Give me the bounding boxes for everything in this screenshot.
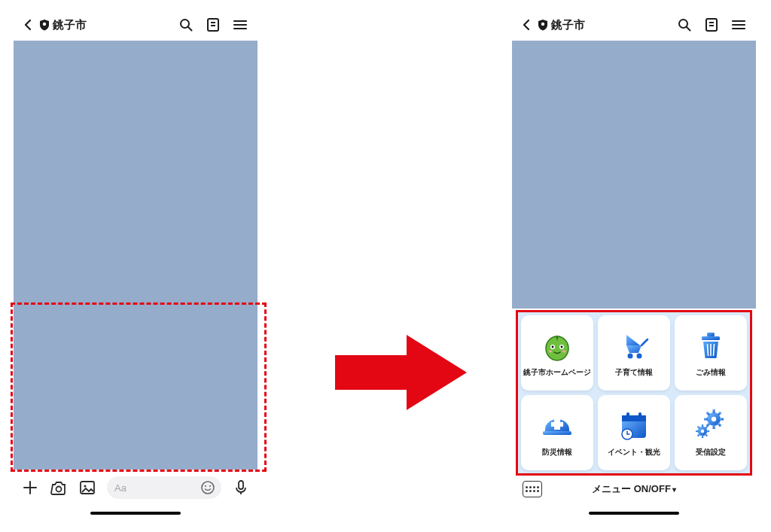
svg-rect-56 bbox=[704, 418, 708, 420]
svg-rect-49 bbox=[638, 412, 641, 418]
back-icon[interactable] bbox=[21, 18, 35, 32]
chat-header: 銚子市 bbox=[512, 9, 756, 41]
svg-point-13 bbox=[84, 485, 86, 487]
svg-rect-17 bbox=[239, 481, 243, 489]
shield-icon bbox=[39, 19, 50, 31]
shield-icon bbox=[538, 19, 548, 31]
svg-point-36 bbox=[628, 354, 633, 359]
chat-header: 銚子市 bbox=[14, 9, 258, 41]
svg-line-40 bbox=[708, 344, 709, 356]
camera-icon[interactable] bbox=[50, 479, 68, 497]
phone-left: 銚子市 Aa bbox=[14, 9, 258, 521]
menu-tile-settings[interactable]: 受信設定 bbox=[675, 395, 747, 470]
menu-icon[interactable] bbox=[230, 15, 250, 35]
svg-point-14 bbox=[202, 482, 214, 494]
svg-point-63 bbox=[701, 430, 704, 433]
svg-rect-54 bbox=[712, 409, 715, 413]
chevron-down-icon: ▾ bbox=[672, 485, 676, 494]
phone-left-dashed-wrap: 銚子市 Aa bbox=[11, 9, 267, 521]
keyboard-icon[interactable] bbox=[523, 481, 542, 497]
menu-tile-garbage[interactable]: ごみ情報 bbox=[675, 315, 747, 391]
svg-rect-38 bbox=[702, 336, 720, 340]
mascot-icon bbox=[541, 328, 574, 363]
menu-tile-label: 防災情報 bbox=[542, 447, 572, 458]
menu-tile-label: イベント・観光 bbox=[608, 447, 660, 458]
image-icon[interactable] bbox=[78, 479, 96, 497]
svg-rect-65 bbox=[702, 436, 703, 439]
svg-line-2 bbox=[188, 27, 192, 31]
calendar-icon bbox=[617, 408, 651, 442]
helmet-icon bbox=[539, 408, 575, 442]
svg-line-35 bbox=[641, 339, 648, 345]
svg-point-53 bbox=[712, 417, 716, 421]
svg-point-0 bbox=[43, 23, 46, 26]
search-icon[interactable] bbox=[176, 15, 196, 35]
menu-footer: メニュー ON/OFF▾ bbox=[512, 474, 756, 504]
chat-input-placeholder: Aa bbox=[114, 482, 126, 494]
svg-point-33 bbox=[549, 350, 553, 352]
menu-toggle-button[interactable]: メニュー ON/OFF▾ bbox=[542, 482, 726, 496]
svg-rect-55 bbox=[712, 425, 715, 429]
back-icon[interactable] bbox=[520, 18, 533, 32]
svg-rect-64 bbox=[702, 424, 703, 427]
menu-tile-label: ごみ情報 bbox=[696, 367, 726, 378]
svg-line-42 bbox=[714, 344, 715, 356]
emoji-icon[interactable] bbox=[200, 480, 215, 495]
mic-icon[interactable] bbox=[232, 479, 250, 497]
svg-rect-57 bbox=[720, 418, 724, 420]
svg-rect-47 bbox=[622, 415, 646, 421]
chat-body-left bbox=[14, 41, 258, 470]
stroller-icon bbox=[617, 328, 651, 363]
menu-tile-homepage[interactable]: 銚子市ホームページ bbox=[521, 315, 593, 391]
menu-tile-label: 受信設定 bbox=[696, 447, 726, 458]
chat-input[interactable]: Aa bbox=[107, 476, 221, 499]
svg-point-32 bbox=[561, 346, 563, 348]
phone-right: 銚子市 bbox=[512, 9, 756, 521]
menu-tile-label: 子育て情報 bbox=[615, 367, 653, 378]
svg-rect-43 bbox=[543, 431, 571, 435]
menu-tile-events[interactable]: イベント・観光 bbox=[598, 395, 670, 470]
chat-title: 銚子市 bbox=[53, 18, 87, 32]
svg-rect-67 bbox=[707, 430, 710, 432]
svg-rect-39 bbox=[707, 333, 715, 336]
svg-point-34 bbox=[562, 350, 566, 352]
svg-rect-45 bbox=[551, 422, 563, 427]
plus-icon[interactable] bbox=[21, 479, 39, 497]
menu-toggle-label: メニュー ON/OFF bbox=[592, 483, 671, 494]
menu-tile-disaster[interactable]: 防災情報 bbox=[521, 395, 593, 470]
home-indicator bbox=[589, 512, 679, 515]
svg-rect-66 bbox=[696, 430, 699, 432]
svg-point-15 bbox=[205, 485, 206, 487]
note-icon[interactable] bbox=[203, 15, 223, 35]
svg-point-11 bbox=[56, 487, 62, 492]
search-icon[interactable] bbox=[675, 15, 694, 35]
chat-body-right bbox=[512, 41, 756, 309]
gears-icon bbox=[693, 408, 729, 442]
svg-point-19 bbox=[541, 23, 544, 26]
chat-title: 銚子市 bbox=[551, 18, 585, 32]
trash-icon bbox=[696, 328, 726, 363]
svg-point-16 bbox=[209, 485, 211, 487]
svg-point-30 bbox=[552, 346, 554, 348]
menu-tile-childcare[interactable]: 子育て情報 bbox=[598, 315, 670, 391]
rich-menu: 銚子市ホームページ 子育て情報 bbox=[516, 310, 752, 476]
svg-point-37 bbox=[637, 354, 642, 359]
svg-line-21 bbox=[687, 27, 690, 31]
arrow-icon bbox=[335, 331, 467, 414]
menu-tile-label: 銚子市ホームページ bbox=[523, 367, 591, 378]
svg-rect-48 bbox=[626, 412, 629, 418]
note-icon[interactable] bbox=[702, 15, 721, 35]
menu-icon[interactable] bbox=[729, 15, 748, 35]
home-indicator bbox=[90, 512, 181, 515]
chat-footer: Aa bbox=[14, 470, 258, 506]
